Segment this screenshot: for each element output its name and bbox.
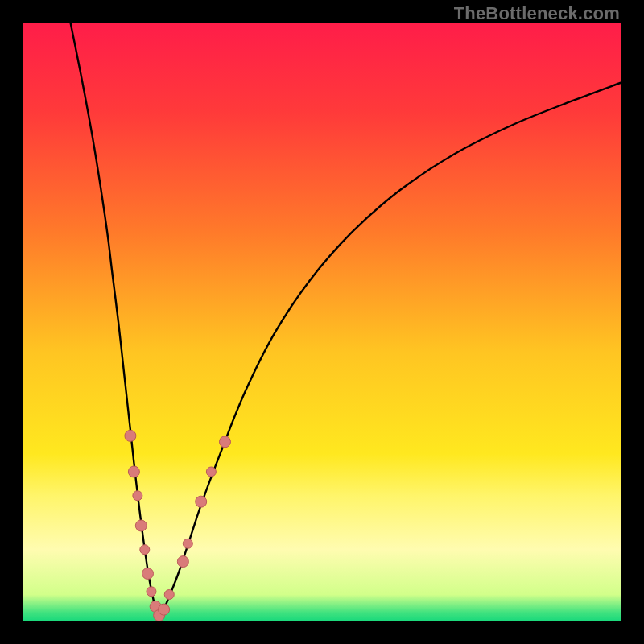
- data-marker: [164, 590, 174, 600]
- data-marker: [128, 466, 139, 477]
- data-marker: [159, 604, 170, 615]
- data-marker: [183, 539, 192, 548]
- gradient-background: [23, 23, 621, 621]
- data-marker: [140, 545, 150, 555]
- data-marker: [177, 556, 188, 568]
- data-marker: [206, 467, 216, 477]
- bottleneck-chart: [23, 23, 621, 621]
- watermark-text: TheBottleneck.com: [454, 3, 620, 24]
- data-marker: [147, 587, 156, 597]
- data-marker: [219, 436, 230, 448]
- data-marker: [196, 496, 207, 507]
- data-marker: [142, 568, 154, 579]
- plot-area: [23, 23, 621, 621]
- outer-frame: TheBottleneck.com: [0, 0, 644, 644]
- data-marker: [133, 491, 142, 501]
- data-marker: [125, 430, 136, 441]
- data-marker: [135, 520, 147, 531]
